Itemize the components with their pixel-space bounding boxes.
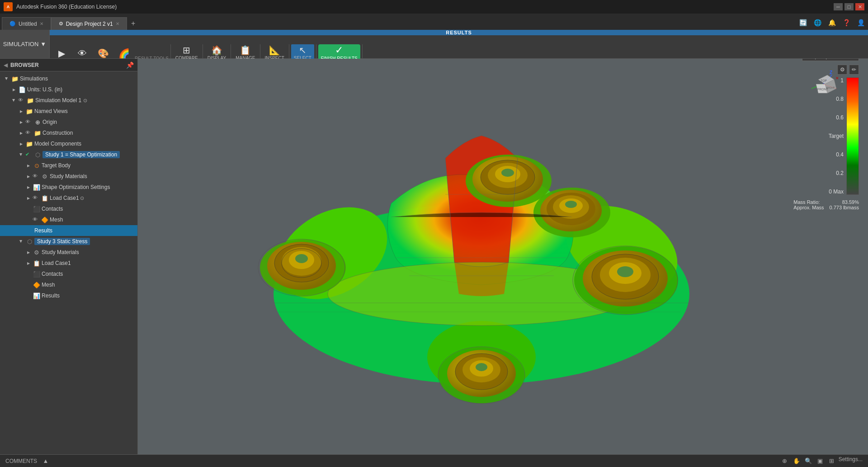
tree-units[interactable]: ▶ 📄 Units: U.S. (in): [0, 84, 137, 95]
comments-expand-btn[interactable]: ▲: [41, 456, 51, 466]
expand-study3[interactable]: ▶: [18, 238, 24, 245]
zoom-btn[interactable]: 🔍: [803, 456, 813, 466]
tree-mesh-s1[interactable]: 👁 🔶 Mesh: [0, 214, 137, 225]
eye-construction[interactable]: 👁: [25, 130, 32, 136]
viewport[interactable]: Z FRONT RIGHT TOP ✕ Sh: [138, 59, 868, 454]
tree-load-case1-s3[interactable]: ▶ 📋 Load Case1: [0, 258, 137, 269]
tree-contacts-s3[interactable]: ⬛ Contacts: [0, 269, 137, 279]
notification-icon[interactable]: 🔔: [826, 17, 837, 28]
display-mode-btn[interactable]: ▣: [815, 456, 825, 466]
tree-construction[interactable]: ▶ 👁 📁 Construction: [0, 127, 137, 138]
eye-study-materials-1[interactable]: 👁: [33, 173, 39, 179]
tab-untitled-close[interactable]: ✕: [40, 21, 43, 26]
compare-icon: ⊞: [183, 46, 190, 55]
help-icon[interactable]: ❓: [841, 17, 852, 28]
colorbar-edit-btn[interactable]: ✏: [849, 65, 859, 75]
expand-mesh-s3[interactable]: [25, 282, 32, 288]
pin-button[interactable]: 📌: [126, 61, 134, 69]
eye-load-case1[interactable]: 👁: [33, 195, 39, 201]
user-icon[interactable]: 👤: [855, 17, 866, 28]
tree-mesh-s3[interactable]: 🔶 Mesh: [0, 279, 137, 290]
expand-simulations[interactable]: ▶: [4, 75, 10, 82]
origin-label: Origin: [42, 119, 57, 125]
colorbar-val-04: 0.4: [829, 151, 844, 158]
study-materials-1-label: Study Materials: [50, 173, 87, 179]
tree-sim-model[interactable]: ▶ 👁 📁 Simulation Model 1 ⊙: [0, 95, 137, 106]
colorbar: Shape Optimization ⚙ ✏ 1 0.8 0.6 Target …: [793, 59, 859, 210]
expand-construction[interactable]: ▶: [18, 130, 24, 136]
bottom-bar: COMMENTS ▲ ⊕ ✋ 🔍 ▣ ⊞ Settings...: [0, 454, 868, 467]
tree-target-body[interactable]: ▶ ⊙ Target Body: [0, 160, 137, 171]
close-button[interactable]: ✕: [855, 3, 864, 10]
expand-mesh-s1[interactable]: [25, 217, 32, 223]
viewport-controls-btn[interactable]: ⊕: [780, 456, 790, 466]
new-tab-button[interactable]: +: [127, 17, 140, 30]
simulation-button[interactable]: SIMULATION ▼: [0, 30, 50, 58]
app-title: Autodesk Fusion 360 (Education License): [16, 4, 117, 10]
tab-design-close[interactable]: ✕: [116, 21, 119, 26]
tree-study1[interactable]: ▶ ✔ ⬡ Study 1 = Shape Optimization: [0, 149, 137, 160]
colorbar-val-02: 0.2: [829, 170, 844, 176]
expand-load-case1[interactable]: ▶: [25, 195, 32, 201]
tree-named-views[interactable]: ▶ 📁 Named Views: [0, 106, 137, 117]
tree-results-s1[interactable]: Results: [0, 225, 137, 236]
named-views-icon: 📁: [26, 108, 33, 115]
expand-named-views[interactable]: ▶: [18, 108, 24, 114]
finish-icon: ✓: [335, 45, 343, 55]
target-body-icon: ⊙: [33, 162, 40, 169]
expand-shape-opt[interactable]: ▶: [25, 184, 32, 190]
expand-sim-model[interactable]: ▶: [11, 97, 17, 104]
tree-origin[interactable]: ▶ 👁 ⊕ Origin: [0, 117, 137, 127]
sim-model-label: Simulation Model 1: [35, 97, 81, 104]
tree-shape-opt-settings[interactable]: ▶ 📊 Shape Optimization Settings: [0, 182, 137, 193]
expand-model-components[interactable]: ▶: [18, 141, 24, 147]
model-components-label: Model Components: [34, 141, 81, 147]
eye-origin[interactable]: 👁: [25, 119, 32, 125]
expand-load-case1-s3[interactable]: ▶: [25, 260, 32, 266]
tree-model-components[interactable]: ▶ 📁 Model Components: [0, 138, 137, 149]
tab-design-project[interactable]: ⚙ Design Project 2 v1 ✕: [51, 17, 127, 30]
shape-opt-icon: 📊: [33, 184, 40, 191]
shape-opt-label: Shape Optimization Settings: [42, 184, 110, 190]
tree-load-case1[interactable]: ▶ 👁 📋 Load Case1 ⊙: [0, 193, 137, 203]
tree-simulations[interactable]: ▶ 📁 Simulations: [0, 73, 137, 84]
colorbar-selector[interactable]: Shape Optimization: [802, 59, 859, 61]
expand-results-s3[interactable]: [25, 292, 32, 299]
maximize-button[interactable]: □: [844, 3, 854, 10]
eye-sim-model[interactable]: 👁: [18, 97, 24, 104]
expand-units[interactable]: ▶: [11, 86, 17, 93]
mesh-s3-label: Mesh: [42, 282, 55, 288]
tree-study-materials-1[interactable]: ▶ 👁 ⚙ Study Materials: [0, 171, 137, 182]
settings-btn[interactable]: Settings...: [839, 456, 863, 466]
tab-untitled[interactable]: 🔵 Untitled ✕: [2, 17, 51, 30]
expand-results-s1[interactable]: [25, 227, 32, 234]
tab-bar: 🔵 Untitled ✕ ⚙ Design Project 2 v1 ✕ + 🔄…: [0, 14, 868, 30]
colorbar-stats: Mass Ratio: 83.59% Approx. Mass 0.773 lb…: [793, 199, 859, 210]
expand-contacts-s3[interactable]: [25, 271, 32, 277]
tree-study-materials-3[interactable]: ▶ ⚙ Study Materials: [0, 247, 137, 258]
grid-btn[interactable]: ⊞: [827, 456, 837, 466]
study1-icon: ⬡: [34, 151, 41, 158]
tab-untitled-icon: 🔵: [9, 21, 16, 27]
model-canvas: [138, 59, 868, 454]
expand-study-materials-3[interactable]: ▶: [25, 249, 32, 255]
expand-study1[interactable]: ▶: [18, 151, 24, 158]
tree-study3[interactable]: ▶ ⬡ Study 3 Static Stress: [0, 236, 137, 247]
globe-icon[interactable]: 🌐: [812, 17, 823, 28]
tree-results-s3[interactable]: 📊 Results: [0, 290, 137, 301]
minimize-button[interactable]: ─: [834, 3, 843, 10]
load-case1-s3-icon: 📋: [33, 259, 40, 267]
colorbar-settings-btn[interactable]: ⚙: [837, 65, 847, 75]
expand-target-body[interactable]: ▶: [25, 162, 32, 169]
tree-contacts[interactable]: ⬛ Contacts: [0, 203, 137, 214]
eye-mesh-s1[interactable]: 👁: [33, 217, 39, 223]
expand-study-materials-1[interactable]: ▶: [25, 173, 32, 179]
expand-origin[interactable]: ▶: [18, 119, 24, 125]
sync-icon[interactable]: 🔄: [797, 17, 808, 28]
construction-label: Construction: [42, 130, 73, 136]
approx-mass-label: Approx. Mass: [793, 205, 824, 210]
simulation-label: SIMULATION: [3, 41, 39, 47]
pan-btn[interactable]: ✋: [792, 456, 802, 466]
expand-contacts-s1[interactable]: [25, 206, 32, 212]
back-button[interactable]: ◀: [4, 62, 8, 68]
